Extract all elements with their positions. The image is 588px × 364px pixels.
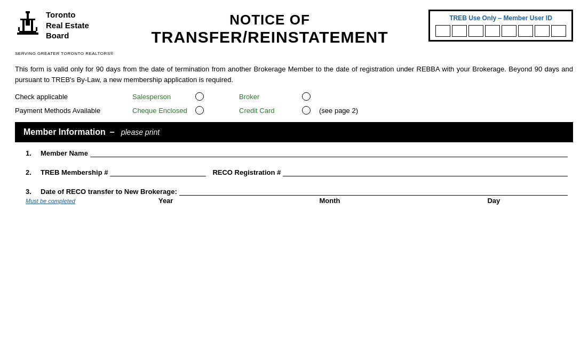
serving-row: SERVING GREATER TORONTO REALTORS® [15, 48, 573, 56]
check-applicable-label: Check applicable [15, 93, 132, 101]
svg-rect-2 [20, 19, 35, 20]
intro-paragraph: This form is valid only for 90 days from… [15, 64, 573, 85]
membership-inline-group: TREB Membership # RECO Registration # [41, 167, 568, 176]
treb-box-title: TREB Use Only – Member User ID [435, 14, 566, 22]
svg-rect-9 [36, 27, 37, 31]
treb-logo-icon [15, 10, 41, 40]
date-day-label: Day [420, 197, 568, 205]
svg-rect-7 [17, 33, 38, 35]
date-sub-row: Must be completed Year Month Day [26, 197, 568, 205]
svg-rect-0 [26, 11, 30, 13]
credit-card-option: Credit Card (see page 2) [239, 106, 358, 115]
org-name: Toronto [46, 10, 89, 20]
form-fields: 1. Member Name 2. TREB Membership # RECO… [15, 142, 573, 205]
title-transfer: TRANSFER/REINSTATEMENT [122, 28, 418, 46]
see-page-2: (see page 2) [319, 107, 358, 115]
treb-cell-5[interactable] [502, 25, 517, 37]
date-label: Date of RECO transfer to New Brokerage: [41, 188, 177, 196]
member-info-dash: – [110, 127, 115, 137]
page: Toronto Real Estate Board NOTICE OF TRAN… [0, 0, 588, 364]
treb-cells [435, 25, 566, 37]
treb-cell-3[interactable] [468, 25, 483, 37]
field2-number: 2. [26, 168, 41, 176]
reco-reg-label: RECO Registration # [212, 168, 281, 176]
reco-reg-line[interactable] [283, 167, 568, 176]
svg-rect-1 [27, 13, 29, 19]
treb-cell-1[interactable] [435, 25, 450, 37]
field1-number: 1. [26, 149, 41, 157]
cheque-radio[interactable] [195, 106, 204, 115]
treb-cell-7[interactable] [535, 25, 550, 37]
broker-label: Broker [239, 93, 298, 101]
svg-rect-5 [26, 20, 30, 26]
cheque-option: Cheque Enclosed [132, 106, 239, 115]
logo-section: Toronto Real Estate Board [15, 10, 122, 41]
svg-rect-6 [19, 31, 36, 33]
org-name3: Board [46, 30, 89, 41]
org-name2: Real Estate [46, 20, 89, 31]
date-row-top: 3. Date of RECO transfer to New Brokerag… [26, 186, 568, 196]
member-name-label: Member Name [41, 149, 88, 157]
must-be-completed: Must be completed [26, 198, 90, 204]
member-name-row: 1. Member Name [20, 148, 568, 157]
member-name-line[interactable] [90, 148, 568, 157]
treb-membership-label: TREB Membership # [41, 168, 108, 176]
date-month-label: Month [256, 197, 403, 205]
title-notice-of: NOTICE OF [122, 12, 418, 28]
serving-text: SERVING GREATER TORONTO REALTORS® [15, 51, 114, 56]
cheque-label: Cheque Enclosed [132, 107, 191, 115]
member-info-bar: Member Information – please print [15, 122, 573, 142]
date-year-label: Year [92, 197, 240, 205]
date-line[interactable] [179, 186, 568, 196]
logo-text-block: Toronto Real Estate Board [46, 10, 89, 41]
salesperson-option: Salesperson [132, 92, 239, 101]
treb-cell-6[interactable] [518, 25, 533, 37]
svg-rect-3 [22, 20, 25, 31]
salesperson-radio[interactable] [195, 92, 204, 101]
header-area: Toronto Real Estate Board NOTICE OF TRAN… [15, 10, 573, 46]
payment-methods-row: Payment Methods Available Cheque Enclose… [15, 106, 573, 115]
credit-card-radio[interactable] [302, 106, 311, 115]
treb-cell-4[interactable] [485, 25, 500, 37]
check-applicable-row: Check applicable Salesperson Broker [15, 92, 573, 101]
membership-row: 2. TREB Membership # RECO Registration # [20, 167, 568, 176]
treb-cell-2[interactable] [452, 25, 467, 37]
treb-use-only-box: TREB Use Only – Member User ID [428, 10, 573, 42]
date-col-labels: Year Month Day [92, 197, 568, 205]
title-section: NOTICE OF TRANSFER/REINSTATEMENT [122, 10, 418, 46]
treb-cell-8[interactable] [551, 25, 566, 37]
broker-radio[interactable] [302, 92, 311, 101]
svg-rect-8 [18, 27, 20, 31]
date-section: 3. Date of RECO transfer to New Brokerag… [20, 186, 568, 205]
member-info-title-bold: Member Information [23, 127, 106, 137]
credit-card-label: Credit Card [239, 107, 298, 115]
broker-option: Broker [239, 92, 346, 101]
field3-number: 3. [26, 188, 41, 196]
svg-rect-4 [31, 20, 33, 31]
member-info-title-italic: please print [121, 128, 160, 136]
salesperson-label: Salesperson [132, 93, 191, 101]
treb-membership-line[interactable] [110, 167, 206, 176]
payment-methods-label: Payment Methods Available [15, 107, 132, 115]
